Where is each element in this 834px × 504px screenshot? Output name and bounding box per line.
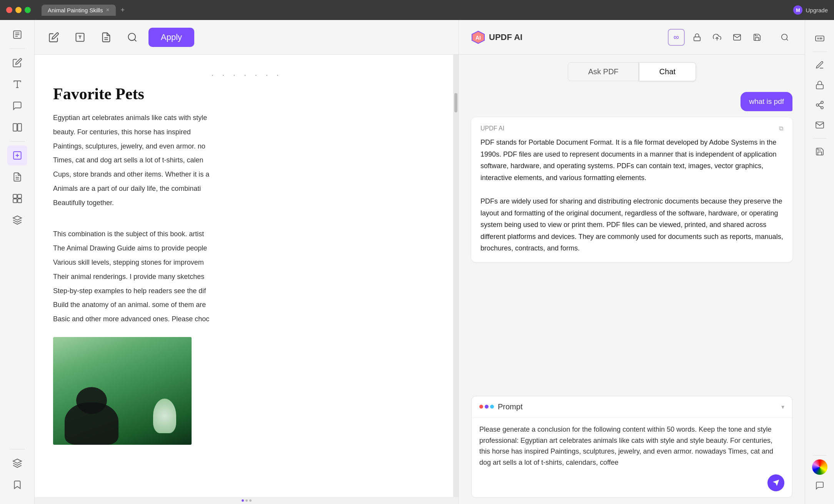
tab-ask-pdf[interactable]: Ask PDF: [568, 62, 639, 81]
sidebar-item-organize[interactable]: [7, 189, 27, 209]
sidebar-item-edit[interactable]: [7, 53, 27, 73]
right-sidebar: [805, 20, 834, 504]
apply-button[interactable]: Apply: [148, 28, 194, 47]
rainbow-button[interactable]: [812, 459, 827, 475]
right-divider-2: [813, 138, 827, 139]
sidebar-item-tools[interactable]: [7, 210, 27, 230]
dot-blue: [490, 405, 494, 409]
upgrade-label[interactable]: Upgrade: [806, 7, 828, 13]
tab-close-icon[interactable]: ✕: [106, 7, 110, 13]
sidebar-item-comment[interactable]: [7, 96, 27, 116]
pdf-para-1: beauty. For centuries, this horse has in…: [53, 127, 440, 138]
ai-mail-icon[interactable]: [729, 30, 745, 45]
pdf-page: · · · · · · · Favorite Pets Egyptian art…: [35, 55, 459, 504]
add-tab-button[interactable]: +: [117, 5, 128, 16]
ai-response-text: PDF stands for Portable Document Format.…: [480, 137, 783, 254]
send-button[interactable]: [767, 474, 784, 491]
updf-logo-text: UPDF AI: [489, 32, 522, 42]
traffic-lights: [6, 7, 31, 13]
svg-rect-6: [13, 123, 17, 131]
titlebar: Animal Painting Skills ✕ + M Upgrade: [0, 0, 834, 20]
ai-infinity-button[interactable]: ∞: [668, 29, 685, 46]
sidebar-divider-bottom: [10, 449, 25, 449]
pdf-viewer: · · · · · · · Favorite Pets Egyptian art…: [35, 55, 459, 504]
ai-header: AI UPDF AI ∞: [459, 20, 805, 55]
sidebar-bottom: [7, 447, 27, 499]
pdf-para-spacer: [53, 212, 440, 223]
prompt-label-container: Prompt: [479, 402, 522, 411]
toolbar-search-icon[interactable]: [122, 27, 142, 47]
toolbar-text-icon[interactable]: [70, 27, 90, 47]
right-chat-icon[interactable]: [811, 476, 829, 495]
pdf-para-0: Egyptian art celebrates animals like cat…: [53, 112, 440, 123]
ai-upload-icon[interactable]: [709, 30, 725, 45]
right-sidebar-bottom: [811, 453, 829, 499]
right-save-icon[interactable]: [811, 142, 829, 161]
ai-panel: AI UPDF AI ∞: [459, 20, 805, 504]
sidebar-item-forms[interactable]: [7, 167, 27, 187]
sidebar-item-text[interactable]: [7, 74, 27, 94]
dot-purple: [485, 405, 489, 409]
copy-icon[interactable]: ⧉: [779, 125, 783, 132]
sidebar-item-reader[interactable]: [7, 25, 27, 45]
prompt-label-text: Prompt: [498, 402, 522, 411]
sidebar-item-layers[interactable]: [7, 453, 27, 473]
ai-chat-area[interactable]: what is pdf UPDF AI ⧉ PDF stands for Por…: [459, 86, 805, 396]
pdf-scroll-thumb[interactable]: [454, 93, 457, 112]
prompt-send-area: [472, 474, 792, 497]
svg-rect-28: [816, 36, 824, 41]
ai-response-header: UPDF AI ⧉: [480, 125, 783, 132]
page-dot-3: [249, 499, 252, 502]
svg-line-20: [134, 39, 136, 41]
right-mail-icon[interactable]: [811, 116, 829, 134]
updf-logo-icon: AI: [471, 30, 485, 44]
pdf-painting-image: [53, 337, 192, 445]
sidebar-item-ai[interactable]: [7, 145, 27, 165]
sidebar-divider-1: [10, 48, 25, 49]
close-button[interactable]: [6, 7, 12, 13]
ai-para-2: PDFs are widely used for sharing and dis…: [480, 195, 783, 254]
ai-prompt-header: Prompt ▾: [472, 396, 792, 418]
right-lock-icon[interactable]: [811, 76, 829, 94]
ai-response-container: UPDF AI ⧉ PDF stands for Portable Docume…: [471, 117, 792, 262]
prompt-chevron-icon[interactable]: ▾: [781, 403, 784, 411]
ai-search-icon[interactable]: [777, 30, 792, 45]
right-edit-icon[interactable]: [811, 56, 829, 74]
toolbar: Apply: [35, 20, 459, 55]
svg-point-31: [816, 104, 819, 106]
svg-rect-24: [694, 37, 701, 41]
upgrade-section: M Upgrade: [793, 5, 828, 15]
pdf-para-4: Cups, store brands and other items. Whet…: [53, 169, 440, 180]
maximize-button[interactable]: [25, 7, 31, 13]
ai-tabs: Ask PDF Chat: [459, 55, 805, 86]
toolbar-document-icon[interactable]: [96, 27, 116, 47]
tab-animal-painting[interactable]: Animal Painting Skills ✕: [42, 5, 116, 16]
sidebar-item-pages[interactable]: [7, 117, 27, 137]
right-ocr-icon[interactable]: [811, 29, 829, 48]
ai-lock-icon[interactable]: [689, 30, 705, 45]
ai-save-icon[interactable]: [749, 30, 765, 45]
prompt-content[interactable]: Please generate a conclusion for the fol…: [472, 418, 792, 474]
svg-line-27: [786, 39, 788, 40]
page-dot-1: [242, 499, 244, 502]
minimize-button[interactable]: [15, 7, 22, 13]
pdf-scrollbar[interactable]: [453, 55, 459, 504]
pdf-paragraphs: Egyptian art celebrates animals like cat…: [53, 112, 440, 328]
toolbar-note-icon[interactable]: [44, 27, 64, 47]
flower-bunch: [153, 399, 176, 433]
right-share-icon[interactable]: [811, 96, 829, 114]
page-indicator: [35, 497, 459, 504]
prompt-dots: [479, 405, 494, 409]
svg-rect-29: [816, 85, 823, 89]
sidebar-item-bookmark[interactable]: [7, 475, 27, 495]
svg-point-26: [782, 34, 787, 40]
svg-point-19: [128, 33, 136, 40]
svg-text:AI: AI: [475, 34, 481, 40]
tab-bar: Animal Painting Skills ✕ +: [42, 5, 128, 16]
user-message-container: what is pdf: [471, 92, 792, 111]
tab-chat[interactable]: Chat: [639, 62, 696, 81]
ai-para-1: PDF stands for Portable Document Format.…: [480, 137, 783, 184]
updf-logo: AI UPDF AI: [471, 30, 522, 44]
pdf-document-title: Favorite Pets: [53, 85, 440, 103]
svg-rect-11: [13, 194, 17, 198]
